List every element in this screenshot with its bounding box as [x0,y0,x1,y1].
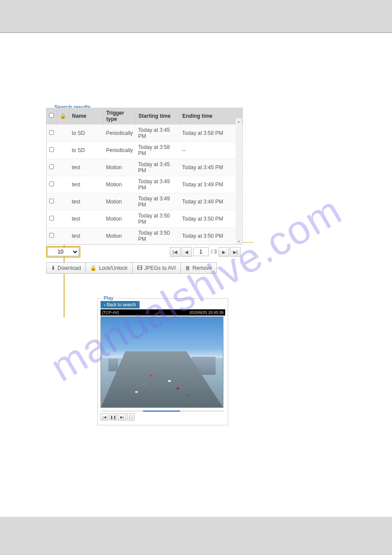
page-next-button[interactable]: ▶ [219,247,229,257]
row-end: -- [180,142,242,159]
table-row[interactable]: testMotionToday at 3:50 PMToday at 3:50 … [47,210,242,228]
row-trigger: Motion [104,176,136,193]
row-lock-cell [57,210,69,228]
row-lock-cell [57,159,69,176]
skip-forward-button[interactable]: ▶| [118,414,126,421]
row-end: Today at 3:58 PM [180,125,242,142]
search-results-panel: Search results 🔒 Name Trigger type Start… [46,108,243,274]
row-name: test [69,193,104,210]
row-checkbox[interactable] [49,216,54,221]
col-name[interactable]: Name [69,108,104,125]
row-end: Today at 3:45 PM [180,159,242,176]
page-last-button[interactable]: ▶| [230,247,241,257]
play-legend: Play [102,295,115,301]
page-total-label: / 3 [211,249,217,255]
remove-button[interactable]: 🗑 Remove [180,262,217,274]
row-start: Today at 3:45 PM [136,125,180,142]
back-to-search-button[interactable]: ‹ Back to search [101,301,140,308]
download-label: Download [58,265,81,271]
lock-button[interactable]: 🔒 Lock/Unlock [85,262,132,274]
table-row[interactable]: testMotionToday at 3:50 PMToday at 3:50 … [47,228,242,245]
row-checkbox[interactable] [49,199,54,203]
row-name: test [69,228,104,245]
video-preview[interactable] [101,316,223,408]
row-start: Today at 3:49 PM [136,193,180,210]
table-row[interactable]: to SDPeriodicallyToday at 3:45 PMToday a… [47,125,242,142]
row-lock-cell [57,125,69,142]
timestamp-label: 2015/6/25 15:45:39 [189,310,223,315]
footer-bar [0,517,392,555]
row-start: Today at 3:50 PM [136,228,180,245]
row-end: Today at 3:50 PM [180,228,242,245]
play-panel: Play ‹ Back to search [TCP-AV] 2015/6/25… [97,298,228,425]
per-page-highlight: 10 [46,246,80,258]
row-name: test [69,210,104,228]
skip-back-button[interactable]: |◀ [101,414,108,421]
scrollbar[interactable]: ▴ ▾ [236,118,242,244]
back-label: Back to search [107,302,136,307]
remove-label: Remove [193,265,212,271]
row-checkbox[interactable] [49,164,54,169]
row-start: Today at 3:45 PM [136,159,180,176]
download-button[interactable]: ⬇ Download [46,262,86,274]
stream-label: [TCP-AV] [102,310,119,315]
row-end: Today at 3:50 PM [180,210,242,228]
film-icon: 🎞 [137,265,142,271]
page-number-input[interactable] [193,247,209,256]
col-select[interactable] [47,108,57,125]
row-lock-cell [57,176,69,193]
select-all-checkbox[interactable] [49,113,54,118]
row-end: Today at 3:49 PM [180,193,242,210]
col-trigger[interactable]: Trigger type [104,108,136,125]
col-start[interactable]: Starting time [136,108,180,125]
row-end: Today at 3:49 PM [180,176,242,193]
row-start: Today at 3:49 PM [136,176,180,193]
row-checkbox[interactable] [49,147,54,152]
row-trigger: Motion [104,210,136,228]
jpeg-label: JPEGs to AVI [144,265,176,271]
jpeg-to-avi-button[interactable]: 🎞 JPEGs to AVI [132,262,181,274]
trash-icon: 🗑 [185,265,191,271]
page-prev-button[interactable]: ◀ [181,247,192,257]
row-checkbox[interactable] [49,233,54,238]
lock-label: Lock/Unlock [99,265,127,271]
row-lock-cell [57,228,69,245]
col-lock: 🔒 [57,108,69,125]
per-page-select[interactable]: 10 [47,247,79,256]
row-start: Today at 3:50 PM [136,210,180,228]
row-checkbox[interactable] [49,130,54,135]
col-end[interactable]: Ending time [180,108,242,125]
table-row[interactable]: testMotionToday at 3:45 PMToday at 3:45 … [47,159,242,176]
page-first-button[interactable]: |◀ [170,247,180,257]
action-toolbar: ⬇ Download 🔒 Lock/Unlock 🎞 JPEGs to AVI … [46,262,243,274]
row-name: test [69,176,104,193]
pause-button[interactable]: ❚❚ [109,414,117,421]
row-trigger: Periodically [104,142,136,159]
table-row[interactable]: testMotionToday at 3:49 PMToday at 3:49 … [47,193,242,210]
fullscreen-button[interactable]: ⛶ [127,414,135,421]
row-trigger: Motion [104,193,136,210]
row-name: test [69,159,104,176]
row-lock-cell [57,193,69,210]
pagination-row: 10 |◀ ◀ / 3 ▶ ▶| [46,245,243,259]
seek-bar[interactable] [101,410,224,412]
row-checkbox[interactable] [49,181,54,186]
table-row[interactable]: to SDPeriodicallyToday at 3:58 PM-- [47,142,242,159]
header-bar [0,0,392,33]
row-name: to SD [69,125,104,142]
row-start: Today at 3:58 PM [136,142,180,159]
table-header-row: 🔒 Name Trigger type Starting time Ending… [47,108,242,125]
seek-progress [143,410,180,412]
row-trigger: Motion [104,228,136,245]
lock-icon: 🔒 [60,113,66,119]
scroll-up-icon[interactable]: ▴ [236,118,242,124]
table-row[interactable]: testMotionToday at 3:49 PMToday at 3:49 … [47,176,242,193]
scroll-down-icon[interactable]: ▾ [236,238,242,244]
video-overlay-bar: [TCP-AV] 2015/6/25 15:45:39 [101,309,225,316]
row-lock-cell [57,142,69,159]
results-table: 🔒 Name Trigger type Starting time Ending… [47,108,242,244]
row-trigger: Periodically [104,125,136,142]
lock-icon: 🔒 [90,265,97,271]
row-trigger: Motion [104,159,136,176]
results-table-wrap: 🔒 Name Trigger type Starting time Ending… [46,108,243,245]
